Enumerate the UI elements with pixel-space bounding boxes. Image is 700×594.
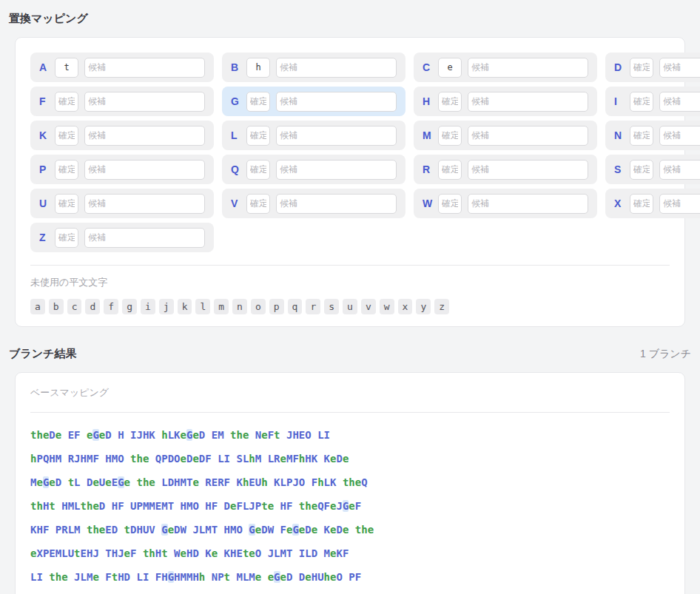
candidate-input-N[interactable] — [659, 126, 700, 146]
letter-label-Z: Z — [39, 232, 49, 243]
branch-panel: ベースマッピング theDe EF eGeD H IJHK hLKeGeD EM… — [15, 372, 685, 594]
letter-label-K: K — [39, 129, 49, 141]
letter-label-C: C — [423, 61, 432, 73]
unused-letter-badge-i: i — [141, 299, 155, 314]
letter-card-N: N — [605, 121, 700, 150]
letter-label-M: M — [423, 129, 432, 141]
unused-letter-badges: abcdfgijklmnopqrsuvwxyz — [30, 299, 670, 314]
confirmed-input-L[interactable] — [246, 126, 270, 146]
confirmed-input-G[interactable] — [246, 92, 270, 112]
unused-letter-badge-a: a — [30, 299, 45, 314]
candidate-input-S[interactable] — [659, 160, 700, 180]
unused-letter-badge-u: u — [343, 299, 357, 314]
confirmed-input-Q[interactable] — [246, 160, 270, 180]
mapping-panel: ABCDEFGHIJKLMNOPQRSTUVWXYZ 未使用の平文文字 abcd… — [15, 37, 685, 327]
letter-label-X: X — [614, 198, 624, 209]
letter-label-N: N — [614, 129, 624, 141]
unused-letter-badge-k: k — [178, 299, 192, 314]
letter-card-X: X — [605, 189, 700, 218]
confirmed-input-A[interactable] — [55, 58, 78, 78]
candidate-input-M[interactable] — [468, 126, 588, 146]
unused-letter-badge-v: v — [361, 299, 376, 314]
letter-label-D: D — [614, 61, 624, 73]
cipher-text: theDe EF eGeD H IJHK hLKeGeD EM the NeFt… — [30, 423, 670, 589]
confirmed-input-K[interactable] — [55, 126, 78, 146]
cipher-line: KHF PRLM theED tDHUV GeDW JLMT HMO GeDW … — [30, 518, 670, 541]
candidate-input-B[interactable] — [276, 58, 397, 78]
cipher-line: LI the JLMe FtHD LI FHGHMMHh NPt MLMe eG… — [30, 565, 670, 589]
letter-grid: ABCDEFGHIJKLMNOPQRSTUVWXYZ — [30, 53, 670, 252]
candidate-input-G[interactable] — [276, 92, 397, 112]
letter-label-A: A — [39, 61, 49, 73]
candidate-input-L[interactable] — [276, 126, 397, 146]
letter-card-D: D — [605, 53, 700, 82]
letter-card-I: I — [605, 87, 700, 116]
candidate-input-C[interactable] — [468, 58, 588, 78]
letter-card-G: G — [222, 87, 405, 116]
unused-letter-badge-c: c — [67, 299, 82, 314]
confirmed-input-F[interactable] — [55, 92, 78, 112]
letter-card-W: W — [414, 189, 597, 218]
unused-letter-badge-p: p — [269, 299, 284, 314]
confirmed-input-X[interactable] — [630, 194, 653, 214]
confirmed-input-V[interactable] — [246, 194, 270, 214]
candidate-input-Q[interactable] — [276, 160, 397, 180]
candidate-input-W[interactable] — [468, 194, 588, 214]
letter-card-C: C — [414, 53, 597, 82]
confirmed-input-Z[interactable] — [55, 228, 78, 248]
cipher-line: hPQHM RJHMF HMO the QPDOeDeDF LI SLhM LR… — [30, 447, 670, 470]
letter-card-M: M — [414, 121, 597, 150]
unused-letter-badge-z: z — [434, 299, 449, 314]
confirmed-input-S[interactable] — [630, 160, 653, 180]
letter-label-U: U — [39, 198, 49, 209]
unused-letter-badge-l: l — [195, 299, 210, 314]
page: 置換マッピング ABCDEFGHIJKLMNOPQRSTUVWXYZ 未使用の平… — [0, 0, 700, 594]
candidate-input-D[interactable] — [659, 58, 700, 78]
unused-letter-badge-n: n — [232, 299, 247, 314]
unused-letter-badge-r: r — [306, 299, 320, 314]
letter-label-H: H — [423, 95, 432, 107]
cipher-line: eXPEMLUtEHJ THJeF thHt WeHD Ke KHEteO JL… — [30, 541, 670, 565]
branch-section-title: ブランチ結果 — [9, 347, 76, 361]
confirmed-input-D[interactable] — [630, 58, 653, 78]
confirmed-input-W[interactable] — [438, 194, 462, 214]
cipher-line: theDe EF eGeD H IJHK hLKeGeD EM the NeFt… — [30, 423, 670, 447]
candidate-input-H[interactable] — [468, 92, 588, 112]
candidate-input-K[interactable] — [84, 126, 205, 146]
unused-letter-badge-y: y — [416, 299, 431, 314]
candidate-input-A[interactable] — [84, 58, 205, 78]
candidate-input-Z[interactable] — [84, 228, 205, 248]
confirmed-input-C[interactable] — [438, 58, 462, 78]
candidate-input-U[interactable] — [84, 194, 205, 214]
unused-letters-label: 未使用の平文文字 — [30, 276, 670, 289]
branch-section-head: ブランチ結果 1 ブランチ — [9, 347, 691, 361]
letter-label-W: W — [423, 198, 432, 209]
unused-letter-badge-q: q — [288, 299, 303, 314]
confirmed-input-H[interactable] — [438, 92, 462, 112]
candidate-input-I[interactable] — [659, 92, 700, 112]
confirmed-input-I[interactable] — [630, 92, 653, 112]
letter-card-H: H — [414, 87, 597, 116]
confirmed-input-N[interactable] — [630, 126, 653, 146]
unused-letter-badge-m: m — [214, 299, 229, 314]
confirmed-input-B[interactable] — [246, 58, 270, 78]
letter-card-F: F — [30, 87, 214, 116]
letter-card-P: P — [30, 155, 214, 184]
letter-card-S: S — [605, 155, 700, 184]
unused-letter-badge-d: d — [85, 299, 100, 314]
candidate-input-V[interactable] — [276, 194, 397, 214]
candidate-input-R[interactable] — [468, 160, 588, 180]
candidate-input-F[interactable] — [84, 92, 205, 112]
candidate-input-P[interactable] — [84, 160, 205, 180]
candidate-input-X[interactable] — [659, 194, 700, 214]
branch-count: 1 ブランチ — [640, 348, 691, 361]
confirmed-input-M[interactable] — [438, 126, 462, 146]
unused-letter-badge-o: o — [251, 299, 266, 314]
confirmed-input-R[interactable] — [438, 160, 462, 180]
confirmed-input-P[interactable] — [55, 160, 78, 180]
confirmed-input-U[interactable] — [55, 194, 78, 214]
letter-card-R: R — [414, 155, 597, 184]
unused-letter-badge-w: w — [380, 299, 394, 314]
unused-letter-badge-s: s — [324, 299, 339, 314]
letter-card-A: A — [30, 53, 214, 82]
